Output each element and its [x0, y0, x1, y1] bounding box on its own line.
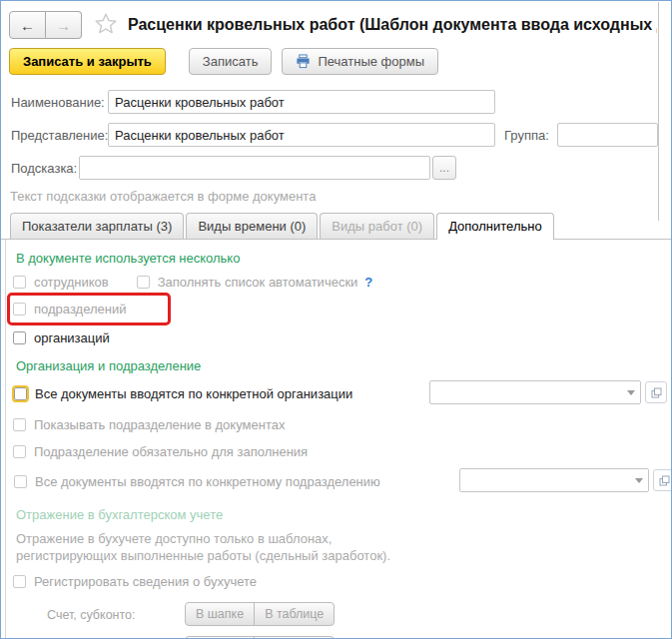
favorite-star-icon[interactable]	[94, 12, 118, 38]
print-forms-button[interactable]: Печатные формы	[282, 48, 438, 75]
account-subconto-label: Счет, субконто:	[47, 608, 136, 622]
register-accounting-label: Регистрировать сведения о бухучете	[34, 574, 257, 589]
checkbox-row-employees: сотрудников Заполнять список автоматичес…	[13, 275, 671, 290]
organizations-checkbox[interactable]	[13, 331, 26, 344]
departments-checkbox	[13, 303, 26, 316]
tab-panel-additional: В документе используется несколько сотру…	[5, 240, 671, 639]
save-and-close-button[interactable]: Записать и закрыть	[9, 48, 166, 75]
checkbox-row-organizations: организаций	[13, 330, 671, 345]
dept-required-checkbox	[13, 445, 26, 458]
document-template-window: { "colors": { "accent_button_yellow": "#…	[0, 0, 672, 639]
register-accounting-checkbox	[13, 575, 26, 588]
hint-note: Текст подсказки отображается в форме док…	[10, 189, 671, 204]
checkbox-row-register: Регистрировать сведения о бухучете	[13, 574, 671, 589]
tab-time-kinds[interactable]: Виды времени (0)	[186, 213, 318, 239]
hint-label: Подсказка:	[11, 161, 79, 176]
hint-input[interactable]	[79, 156, 430, 180]
presentation-input[interactable]	[108, 123, 495, 147]
departments-label: подразделений	[34, 302, 126, 317]
tab-salary-indicators[interactable]: Показатели зарплаты (3)	[10, 213, 184, 239]
organization-open-button[interactable]	[645, 381, 667, 403]
save-button[interactable]: Записать	[189, 48, 273, 75]
checkbox-row-departments: подразделений	[13, 302, 671, 317]
page-title: Расценки кровельных работ (Шаблон докуме…	[128, 16, 657, 34]
forward-button[interactable]: →	[46, 11, 82, 39]
presentation-label: Представление:	[11, 128, 108, 143]
section-heading-org-dept: Организация и подразделение	[16, 358, 671, 373]
department-input	[459, 468, 649, 492]
department-combo	[459, 468, 672, 492]
organization-dropdown-icon[interactable]	[627, 390, 635, 395]
department-open-button	[653, 469, 672, 491]
accounting-note-line2: регистрирующих выполненные работы (сдель…	[16, 547, 671, 564]
organizations-label: организаций	[34, 330, 110, 345]
header-right-separator	[658, 2, 659, 221]
accounting-note-line1: Отражение в бухучете доступно только в ш…	[16, 530, 671, 547]
back-button[interactable]: ←	[9, 11, 46, 39]
all-docs-org-checkbox[interactable]	[14, 387, 27, 400]
accounting-note: Отражение в бухучете доступно только в ш…	[16, 530, 671, 564]
tab-bar: Показатели зарплаты (3) Виды времени (0)…	[1, 213, 671, 240]
organization-input[interactable]	[429, 380, 641, 404]
dept-required-label: Подразделение обязательно для заполнения	[34, 444, 308, 459]
group-label: Группа:	[504, 128, 551, 143]
all-docs-org-label: Все документы вводятся по конкретной орг…	[35, 386, 352, 401]
printer-icon	[296, 54, 311, 69]
checkbox-row-show-dept: Показывать подразделение в документах	[13, 417, 671, 432]
all-docs-org-row: Все документы вводятся по конкретной орг…	[10, 380, 671, 406]
section-heading-accounting: Отражение в бухгалтерском учете	[16, 507, 671, 522]
all-docs-dept-checkbox	[14, 475, 27, 488]
print-forms-label: Печатные формы	[318, 54, 424, 69]
tab-additional[interactable]: Дополнительно	[436, 213, 554, 240]
account-placement-toggle: В шапке В таблице	[185, 602, 335, 626]
account-in-header-button: В шапке	[186, 603, 255, 625]
hint-row: Подсказка: ...	[11, 156, 671, 180]
show-dept-label: Показывать подразделение в документах	[34, 417, 285, 432]
tab-work-kinds: Виды работ (0)	[320, 213, 434, 239]
nav-button-group: ← →	[9, 11, 82, 39]
department-dropdown-icon	[635, 478, 643, 483]
hint-more-button[interactable]: ...	[432, 156, 456, 180]
organization-combo	[429, 380, 667, 404]
presentation-row: Представление: Группа:	[11, 123, 671, 147]
employees-label: сотрудников	[34, 275, 109, 290]
section-heading-multi: В документе используется несколько	[16, 251, 671, 266]
fill-auto-label: Заполнять список автоматически	[158, 275, 358, 290]
checkbox-row-dept-required: Подразделение обязательно для заполнения	[13, 444, 671, 459]
name-input[interactable]	[108, 90, 495, 114]
account-in-table-button: В таблице	[255, 603, 334, 625]
fill-auto-help-link[interactable]: ?	[364, 275, 372, 290]
name-label: Наименование:	[11, 95, 108, 110]
name-row: Наименование:	[11, 90, 671, 114]
window-header: ← → Расценки кровельных работ (Шаблон до…	[9, 11, 671, 39]
group-input[interactable]	[557, 123, 658, 147]
toolbar: Записать и закрыть Записать Печатные фор…	[9, 48, 671, 75]
account-subconto-row: Счет, субконто: В шапке В таблице	[10, 602, 671, 627]
fill-auto-checkbox	[137, 276, 150, 289]
all-docs-dept-row: Все документы вводятся по конкретному по…	[10, 468, 671, 494]
employees-checkbox	[13, 276, 26, 289]
all-docs-dept-label: Все документы вводятся по конкретному по…	[35, 474, 380, 489]
show-dept-checkbox	[13, 418, 26, 431]
